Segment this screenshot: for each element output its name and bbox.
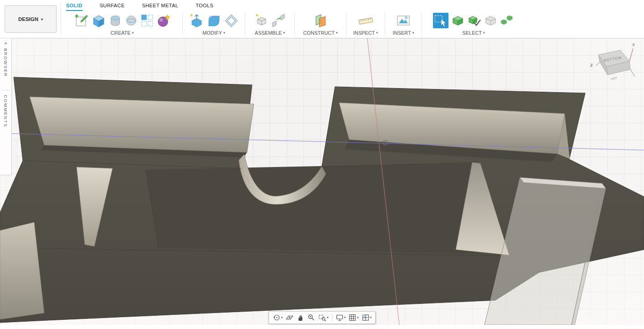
group-label-construct[interactable]: CONSTRUCT ▾ (303, 30, 338, 36)
group-label-modify[interactable]: MODIFY ▾ (202, 30, 225, 36)
center-pocket-floor[interactable] (146, 163, 507, 254)
left-pocket-wall[interactable] (30, 97, 254, 152)
view-cube[interactable]: BOTTOM X Z 1427 (585, 41, 638, 91)
joint-icon[interactable] (271, 13, 286, 28)
pan-icon[interactable] (295, 313, 305, 322)
window-bottom-strip (0, 325, 644, 329)
group-create: CREATE ▾ (62, 11, 182, 37)
chevron-down-icon: ▾ (412, 31, 414, 35)
chevron-down-icon: ▾ (41, 17, 43, 21)
chevron-down-icon: ▾ (283, 31, 285, 35)
group-inspect: INSPECT ▾ (346, 11, 385, 37)
select-bodies-icon[interactable] (500, 14, 514, 28)
group-assemble: ASSEMBLE ▾ (245, 11, 294, 37)
chevron-down-icon: ▾ (223, 31, 225, 35)
browser-panel-tab[interactable]: BROWSER (3, 48, 8, 77)
view-cube-x-label: X (632, 42, 635, 47)
ribbon-groups: CREATE ▾ (62, 11, 525, 37)
tab-tools[interactable]: TOOLS (196, 3, 213, 11)
toolbar-divider (61, 4, 61, 34)
chevron-down-icon: ▾ (376, 31, 378, 35)
group-label-select[interactable]: SELECT ▾ (462, 30, 484, 36)
box-icon[interactable] (91, 13, 106, 28)
group-modify: MODIFY ▾ (183, 11, 245, 37)
design-menu-button[interactable]: DESIGN ▾ (5, 5, 57, 33)
view-cube-readout: 1427 (610, 76, 618, 80)
chevron-down-icon: ▾ (357, 316, 359, 319)
select-valid-icon[interactable] (467, 14, 481, 28)
sphere-icon[interactable] (124, 14, 138, 27)
fillet-icon[interactable] (206, 13, 222, 28)
chevron-down-icon: ▾ (336, 31, 338, 35)
zoom-window-icon[interactable]: ▾ (317, 313, 330, 322)
navbar-divider (332, 314, 332, 321)
canvas-icon[interactable] (396, 13, 411, 28)
display-settings-icon[interactable]: ▾ (335, 313, 347, 322)
panel-divider (2, 90, 10, 90)
group-select: SELECT ▾ (422, 11, 525, 37)
group-label-insert[interactable]: INSERT ▾ (393, 30, 414, 36)
construct-plane-icon[interactable] (313, 13, 328, 28)
shell-icon[interactable] (224, 13, 239, 28)
look-at-icon[interactable] (284, 313, 294, 322)
new-component-icon[interactable] (254, 13, 269, 28)
origin-marker[interactable] (382, 141, 388, 145)
workspace-tabs: SOLID SURFACE SHEET METAL TOOLS (66, 0, 213, 11)
group-insert: INSERT ▾ (385, 11, 422, 37)
chevron-down-icon: ▾ (281, 316, 283, 319)
group-label-create[interactable]: CREATE ▾ (111, 30, 134, 36)
3d-viewport[interactable]: » BROWSER COMMENTS BOTTOM X Z 1427 ▾ (0, 38, 644, 325)
select-window-icon[interactable] (433, 13, 448, 28)
select-solid-icon[interactable] (451, 14, 465, 28)
navigation-bar: ▾ ▾ ▾ (268, 311, 376, 324)
top-toolbar: DESIGN ▾ SOLID SURFACE SHEET METAL TOOLS (0, 0, 644, 38)
tab-solid[interactable]: SOLID (66, 3, 82, 11)
viewports-icon[interactable]: ▾ (361, 313, 373, 322)
chevron-down-icon: ▾ (327, 316, 329, 319)
press-pull-icon[interactable] (189, 13, 204, 28)
cylinder-icon[interactable] (108, 14, 122, 27)
group-construct: CONSTRUCT ▾ (295, 11, 346, 37)
grid-settings-icon[interactable]: ▾ (347, 313, 360, 322)
comments-panel-tab[interactable]: COMMENTS (3, 95, 8, 127)
chevron-down-icon: ▾ (370, 316, 372, 319)
chevron-down-icon: ▾ (483, 31, 485, 35)
tab-surface[interactable]: SURFACE (100, 3, 125, 11)
form-icon[interactable] (156, 14, 170, 28)
orbit-icon[interactable]: ▾ (272, 313, 284, 322)
view-cube-z-label: Z (590, 63, 593, 68)
create-sketch-icon[interactable] (74, 13, 89, 28)
group-label-assemble[interactable]: ASSEMBLE ▾ (255, 30, 285, 36)
tab-sheet-metal[interactable]: SHEET METAL (142, 3, 178, 11)
expand-panel-icon[interactable]: » (4, 41, 7, 46)
select-component-icon[interactable] (484, 14, 498, 28)
measure-icon[interactable] (358, 13, 373, 28)
pattern-icon[interactable] (140, 14, 154, 27)
design-menu-label: DESIGN (18, 16, 38, 22)
chevron-down-icon: ▾ (132, 31, 134, 35)
zoom-icon[interactable] (306, 313, 316, 322)
chevron-down-icon: ▾ (344, 316, 346, 319)
group-label-inspect[interactable]: INSPECT ▾ (353, 30, 378, 36)
collapsed-panel-strip: » BROWSER COMMENTS (0, 38, 12, 175)
model-canvas[interactable] (0, 38, 644, 325)
